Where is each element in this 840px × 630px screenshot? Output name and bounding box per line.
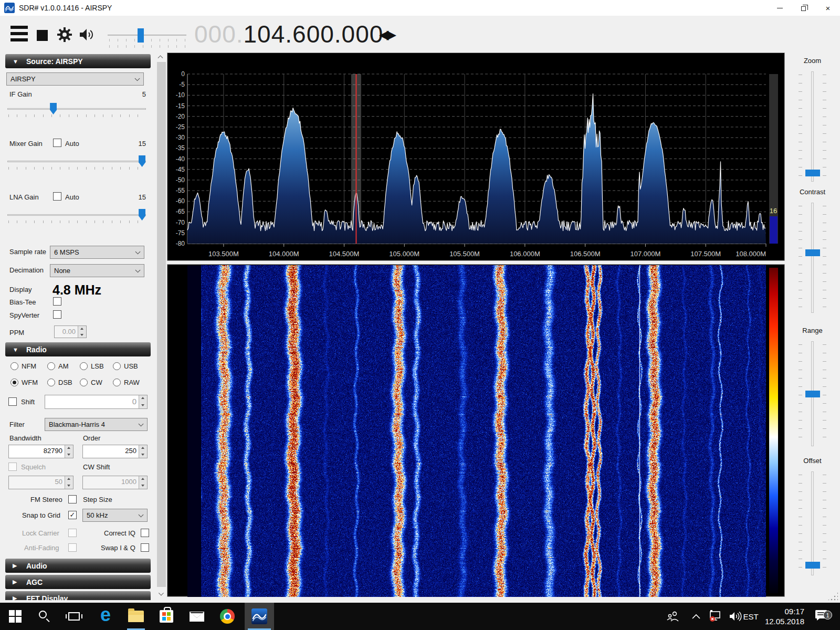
lna-gain-slider-thumb[interactable] [139, 209, 145, 220]
order-spinner[interactable]: 250 [82, 445, 148, 458]
restore-button[interactable] [792, 0, 816, 16]
mode-radio-dsb[interactable]: DSB [47, 379, 72, 386]
mode-radio-cw[interactable]: CW [80, 379, 102, 386]
fft-display-panel-header[interactable]: ▶FFT Display [5, 591, 151, 600]
network-error-icon [708, 610, 722, 623]
spyverter-checkbox[interactable] [53, 310, 61, 319]
minimize-button[interactable] [768, 0, 792, 16]
search-button[interactable] [33, 603, 57, 630]
bandwidth-spinner[interactable]: 82790 [8, 445, 74, 458]
correct-iq-checkbox[interactable] [141, 529, 149, 537]
edge-button[interactable]: e [93, 603, 118, 630]
task-view-button[interactable] [62, 603, 86, 630]
if-gain-slider[interactable] [7, 103, 146, 117]
spinner-down-button[interactable] [139, 402, 147, 409]
squelch-checkbox[interactable] [8, 463, 17, 471]
mode-radio-usb[interactable]: USB [113, 362, 138, 370]
menu-button[interactable] [10, 26, 28, 41]
mode-radio-nfm[interactable]: NFM [10, 362, 36, 370]
shift-checkbox[interactable] [8, 397, 17, 406]
volume-slider-thumb[interactable] [138, 28, 144, 43]
cw-shift-spinner[interactable]: 1000 [82, 476, 148, 489]
fm-stereo-checkbox[interactable] [68, 495, 77, 503]
people-tray-button[interactable] [663, 603, 684, 630]
mixer-gain-slider[interactable] [7, 155, 146, 169]
spinner-up-button[interactable] [65, 445, 73, 452]
spinner-up-button[interactable] [139, 445, 147, 452]
mode-radio-raw[interactable]: RAW [113, 379, 140, 386]
volume-slider[interactable] [108, 35, 186, 36]
agc-panel-header[interactable]: ▶AGC [5, 575, 151, 589]
scroll-up-icon[interactable] [159, 55, 164, 60]
squelch-spinner[interactable]: 50 [8, 476, 74, 489]
range-slider[interactable]: Range [785, 327, 840, 334]
zoom-slider-thumb[interactable] [805, 170, 820, 176]
mail-button[interactable] [185, 603, 209, 630]
sdrsharp-taskbar-button[interactable] [245, 603, 274, 630]
device-select[interactable]: AIRSPY [6, 72, 144, 86]
audio-panel-header[interactable]: ▶Audio [5, 559, 151, 573]
bias-tee-checkbox[interactable] [53, 297, 61, 306]
lna-gain-slider[interactable] [7, 209, 146, 223]
shift-spinner[interactable]: 0 [45, 395, 148, 409]
snap-to-grid-checkbox[interactable] [68, 511, 77, 519]
start-button[interactable] [3, 603, 27, 630]
waterfall-canvas[interactable] [187, 265, 766, 597]
range-slider-thumb[interactable] [805, 391, 820, 397]
clock[interactable]: 09:17 12.05.2018 [752, 603, 804, 630]
if-gain-label: IF Gain [9, 90, 32, 98]
frequency-display[interactable]: 000.104.600.000 [194, 20, 383, 48]
close-button[interactable]: × [816, 0, 840, 16]
settings-gear-icon[interactable] [57, 27, 72, 45]
contrast-slider-thumb[interactable] [805, 249, 820, 256]
contrast-slider[interactable]: Contrast [785, 188, 840, 196]
spinner-up-button[interactable] [139, 395, 147, 402]
if-gain-slider-thumb[interactable] [50, 103, 57, 114]
radio-panel-header[interactable]: ▼ Radio [5, 342, 151, 356]
scroll-down-icon[interactable] [159, 593, 164, 598]
stop-button[interactable] [37, 30, 48, 41]
swap-iq-checkbox[interactable] [141, 543, 149, 552]
step-size-select[interactable]: 50 kHz [82, 509, 148, 522]
mixer-auto-checkbox[interactable] [53, 139, 61, 147]
spectrum-analyzer[interactable]: 0-5-10-15-20-25-30-35-40-45-50-55-60-65-… [167, 52, 785, 261]
lock-carrier-checkbox[interactable] [68, 529, 77, 537]
spinner-down-button[interactable] [139, 452, 147, 458]
file-explorer-button[interactable] [124, 603, 148, 630]
spinner-up-button[interactable] [65, 476, 73, 482]
spinner-down-button[interactable] [65, 452, 73, 458]
scrollbar-thumb[interactable] [157, 62, 166, 587]
filter-select[interactable]: Blackman-Harris 4 [45, 418, 148, 431]
sample-rate-select[interactable]: 6 MSPS [50, 246, 144, 259]
waterfall-display[interactable] [167, 264, 785, 597]
spinner-up-button[interactable] [78, 326, 86, 332]
spinner-down-button[interactable] [139, 482, 147, 489]
offset-slider-thumb[interactable] [805, 562, 820, 569]
svg-text:-65: -65 [176, 208, 185, 215]
spinner-down-button[interactable] [78, 332, 86, 338]
frequency-step-arrows[interactable]: ◀▶ [379, 27, 394, 42]
anti-fading-checkbox[interactable] [68, 543, 77, 552]
spectrum-plot[interactable]: 0-5-10-15-20-25-30-35-40-45-50-55-60-65-… [167, 53, 784, 260]
svg-text:-40: -40 [176, 155, 185, 163]
spinner-up-button[interactable] [139, 476, 147, 482]
chrome-button[interactable] [215, 603, 239, 630]
speaker-icon[interactable] [79, 27, 97, 44]
network-tray-button[interactable] [705, 603, 726, 630]
ppm-label: PPM [9, 329, 24, 337]
zoom-slider[interactable]: Zoom [785, 57, 840, 65]
source-panel-header[interactable]: ▼ Source: AIRSPY [5, 54, 151, 68]
mode-radio-wfm[interactable]: WFM [10, 379, 38, 386]
mixer-gain-slider-thumb[interactable] [139, 155, 145, 167]
action-center-button[interactable]: 1 [808, 603, 835, 630]
mode-radio-lsb[interactable]: LSB [80, 362, 104, 370]
offset-slider[interactable]: Offset [785, 457, 840, 465]
spinner-down-button[interactable] [65, 482, 73, 489]
mode-radio-am[interactable]: AM [47, 362, 69, 370]
lna-auto-checkbox[interactable] [53, 192, 61, 201]
ppm-spinner[interactable]: 0.00 [54, 326, 87, 338]
decimation-select[interactable]: None [50, 264, 144, 277]
sidebar-scrollbar[interactable] [157, 52, 166, 600]
tray-expand-button[interactable] [687, 603, 706, 630]
store-button[interactable] [154, 603, 178, 630]
